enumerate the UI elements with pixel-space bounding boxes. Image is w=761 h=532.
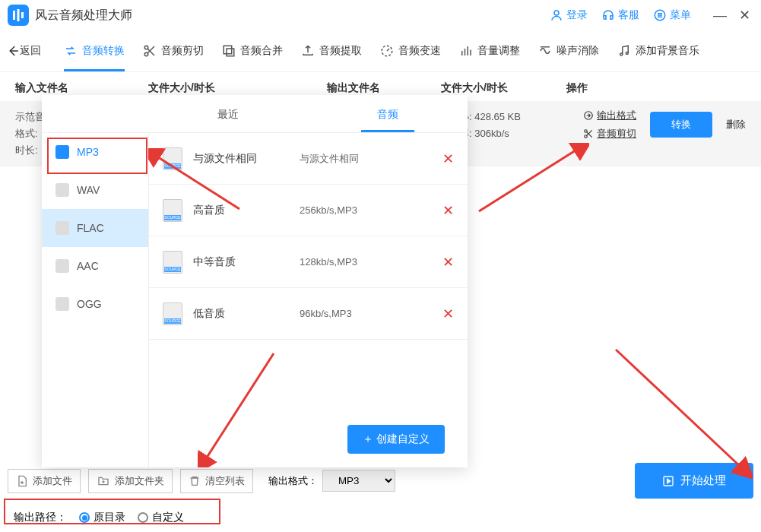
header-output-size: 文件大小/时长 xyxy=(441,81,566,95)
headset-icon xyxy=(601,8,615,22)
svg-rect-2 xyxy=(21,12,24,18)
output-bitrate: 306kb/s xyxy=(474,128,509,139)
svg-point-21 xyxy=(626,52,628,55)
start-process-button[interactable]: 开始处理 xyxy=(635,463,753,499)
clear-list-button[interactable]: 清空列表 xyxy=(180,469,253,493)
output-format-label: 输出格式： xyxy=(268,474,318,488)
mp3-icon xyxy=(55,145,69,159)
header-input-size: 文件大小/时长 xyxy=(148,81,327,95)
file-name: 示范音 xyxy=(15,109,45,125)
file-icon xyxy=(163,199,182,222)
nav-audio-cut[interactable]: 音频剪切 xyxy=(134,30,213,71)
quality-delete[interactable]: ✕ xyxy=(442,202,454,219)
file-duration-label: 时长: xyxy=(15,142,45,159)
add-folder-button[interactable]: 添加文件夹 xyxy=(88,469,173,493)
svg-point-3 xyxy=(554,11,559,15)
radio-checked-icon xyxy=(79,512,90,523)
quality-delete[interactable]: ✕ xyxy=(442,150,454,167)
svg-point-20 xyxy=(620,53,623,55)
flac-icon xyxy=(55,221,69,235)
minimize-button[interactable]: — xyxy=(711,8,729,24)
svg-rect-0 xyxy=(13,11,15,20)
format-wav[interactable]: WAV xyxy=(42,171,148,209)
speed-icon xyxy=(380,44,394,58)
app-logo xyxy=(8,5,29,26)
quality-delete[interactable]: ✕ xyxy=(442,254,454,271)
nav-audio-merge[interactable]: 音频合并 xyxy=(213,30,292,71)
login-button[interactable]: 登录 xyxy=(550,8,588,22)
format-ogg[interactable]: OGG xyxy=(42,285,148,323)
wav-icon xyxy=(55,183,69,197)
output-format-select[interactable]: MP3 xyxy=(322,470,395,492)
header-output-name: 输出文件名 xyxy=(327,81,441,95)
quality-medium[interactable]: 中等音质 128kb/s,MP3 ✕ xyxy=(149,236,468,288)
nav-denoise[interactable]: 噪声消除 xyxy=(529,30,608,71)
format-icon xyxy=(583,110,594,121)
trash-icon xyxy=(189,474,201,488)
denoise-icon xyxy=(538,44,552,58)
arrow-left-icon xyxy=(6,44,20,58)
extract-icon xyxy=(301,44,315,58)
back-button[interactable]: 返回 xyxy=(6,44,41,58)
scissors-icon xyxy=(583,128,594,139)
header-input-name: 输入文件名 xyxy=(15,81,148,95)
file-format-label: 格式: xyxy=(15,125,45,142)
app-title: 风云音频处理大师 xyxy=(35,8,132,24)
svg-line-31 xyxy=(616,350,741,467)
quality-same[interactable]: 与源文件相同 与源文件相同 ✕ xyxy=(149,133,468,185)
nav-bgm[interactable]: 添加背景音乐 xyxy=(608,30,709,71)
file-icon xyxy=(163,302,182,325)
file-icon xyxy=(163,147,182,170)
menu-icon xyxy=(653,8,667,22)
path-custom-radio[interactable]: 自定义 xyxy=(138,511,184,524)
convert-icon xyxy=(64,44,78,58)
path-original-radio[interactable]: 原目录 xyxy=(79,511,125,524)
format-popup: 最近 音频 MP3 WAV FLAC AAC OGG 与源文件相同 与源文件相同… xyxy=(42,95,468,467)
format-flac[interactable]: FLAC xyxy=(42,209,148,247)
delete-button[interactable]: 删除 xyxy=(726,118,746,131)
svg-rect-13 xyxy=(227,49,234,56)
radio-unchecked-icon xyxy=(138,512,148,523)
merge-icon xyxy=(222,44,236,58)
output-path-label: 输出路径： xyxy=(14,511,67,524)
output-format-link[interactable]: 输出格式 xyxy=(583,109,636,122)
nav-audio-speed[interactable]: 音频变速 xyxy=(371,30,450,71)
add-file-button[interactable]: 添加文件 xyxy=(8,469,81,493)
quality-high[interactable]: 高音质 256kb/s,MP3 ✕ xyxy=(149,185,468,236)
svg-marker-33 xyxy=(667,479,671,483)
ogg-icon xyxy=(55,297,69,311)
file-icon xyxy=(163,251,182,274)
output-size: 428.65 KB xyxy=(474,111,521,122)
quality-low[interactable]: 低音质 96kb/s,MP3 ✕ xyxy=(149,288,468,340)
quality-delete[interactable]: ✕ xyxy=(442,306,454,322)
nav-audio-extract[interactable]: 音频提取 xyxy=(292,30,371,71)
nav-audio-convert[interactable]: 音频转换 xyxy=(55,30,134,71)
scissors-icon xyxy=(143,44,157,58)
annotation-arrow xyxy=(608,342,753,479)
audio-cut-link[interactable]: 音频剪切 xyxy=(583,127,636,141)
play-icon xyxy=(662,475,674,487)
popup-tab-recent[interactable]: 最近 xyxy=(148,95,308,132)
user-icon xyxy=(550,8,563,22)
music-icon xyxy=(617,44,631,58)
format-mp3[interactable]: MP3 xyxy=(42,133,148,171)
file-add-icon xyxy=(16,474,28,488)
menu-button[interactable]: 菜单 xyxy=(653,8,691,22)
folder-add-icon xyxy=(97,475,110,487)
volume-icon xyxy=(459,44,473,58)
convert-button[interactable]: 转换 xyxy=(650,112,712,138)
format-aac[interactable]: AAC xyxy=(42,247,148,285)
header-operations: 操作 xyxy=(566,81,746,95)
close-button[interactable]: ✕ xyxy=(735,7,753,24)
aac-icon xyxy=(55,259,69,273)
svg-rect-1 xyxy=(17,9,20,21)
nav-volume[interactable]: 音量调整 xyxy=(450,30,529,71)
create-custom-button[interactable]: ＋ 创建自定义 xyxy=(347,425,445,454)
popup-tab-audio[interactable]: 音频 xyxy=(308,95,468,132)
service-button[interactable]: 客服 xyxy=(601,8,639,22)
svg-rect-12 xyxy=(224,46,232,54)
